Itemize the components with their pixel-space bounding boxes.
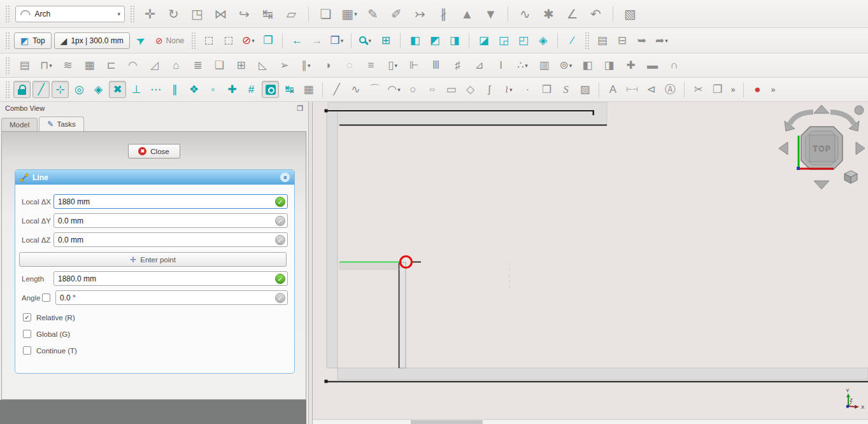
arch-schedule-button[interactable]: ▥ [536,57,553,74]
nav-forward-button[interactable]: → [308,32,325,49]
snap-lock-button[interactable] [13,81,31,98]
view-rear-button[interactable]: ◪ [475,32,492,49]
nav-dot-button[interactable] [855,106,864,115]
float-panel-icon[interactable]: ❐ [297,104,303,113]
arch-building-part-button[interactable]: ⊏ [103,57,120,74]
draft-stretch-button[interactable]: ▱ [281,4,301,24]
arch-pipe-button[interactable]: ⊚▾ [557,57,574,74]
toolbar-expand-draft-button[interactable]: » [728,81,738,98]
apply-current-style-button[interactable]: ➤ [132,32,150,49]
line-width-scale-button[interactable]: ◢1px | 300.0 mm [54,32,130,49]
draft-upgrade-button[interactable]: ▲ [457,4,477,24]
arch-cut-with-plane-button[interactable]: ◧ [579,57,596,74]
edit-copy-button[interactable]: ❐ [709,81,726,98]
arch-truss-button[interactable]: ⊿ [471,57,488,74]
draft-label-button[interactable]: ⊲ [643,81,660,98]
relative-checkbox[interactable]: ✓ [23,313,31,322]
toolbar-grip[interactable] [6,6,10,22]
toolbar-expand-macro-button[interactable]: » [768,81,778,98]
arch-curtain-wall-button[interactable]: ▦ [81,57,98,74]
scrollbar-track[interactable] [313,420,868,424]
draft-flip-direction-button[interactable]: ↶ [586,4,606,24]
arch-survey-button[interactable]: ∩ [665,57,683,74]
collapse-task-button[interactable]: » [280,173,290,182]
toolbar-grip[interactable] [585,32,589,49]
draft-shape-2d-view-button[interactable]: ▧ [620,4,640,24]
arch-add-component-button[interactable]: ✚ [622,57,639,74]
local-dx-input[interactable] [53,194,288,209]
view-right-button[interactable]: ◨ [446,32,463,49]
3d-viewport[interactable]: TOP Y X Z [313,102,868,424]
draft-fillet-button[interactable]: ⌒ [366,81,383,98]
snap-parallel-button[interactable]: ∥ [166,81,183,98]
local-dz-input[interactable] [53,232,288,247]
close-task-button[interactable]: ✖ Close [128,144,180,159]
draft-clone-button[interactable]: ❏ [316,4,336,24]
arch-roof-button[interactable]: ◺ [254,57,271,74]
toolbar-grip[interactable] [6,81,10,98]
draft-downgrade-button[interactable]: ▼ [481,4,501,24]
nav-arrow-right[interactable] [856,142,865,155]
angle-input[interactable] [55,290,288,305]
snap-extension-button[interactable]: ⋯ [147,81,164,98]
arch-reference-button[interactable]: ➢ [276,57,293,74]
arch-stairs-button[interactable]: ≡ [362,57,380,74]
arch-building-button[interactable]: ⌂ [167,57,185,74]
draft-mirror-button[interactable]: ⋈ [211,4,231,24]
snap-grid-button[interactable]: # [243,81,260,98]
draft-rectangle-button[interactable]: ▭ [443,81,460,98]
draft-facebinder-button[interactable]: ❒ [538,81,555,98]
middle-wall[interactable] [399,262,406,368]
continue-checkbox[interactable] [23,346,31,355]
continue-checkbox-row[interactable]: Continue (T) [23,346,288,355]
share-export-button[interactable]: ➦▾ [653,32,670,49]
nav-arrow-down[interactable] [814,181,829,189]
selection-mode-element-button[interactable] [200,32,217,49]
edit-cut-button[interactable]: ✂ [690,81,707,98]
autogroup-button[interactable]: ⊘None [152,32,187,49]
top-wall[interactable] [328,102,607,125]
arch-axis-tools-button[interactable]: ◑ [319,57,336,74]
draft-point-button[interactable]: ∙ [519,81,536,98]
link-navigate-button[interactable]: ❒▾ [328,32,345,49]
view-axonometric-button[interactable]: ◈ [534,32,551,49]
arch-pipe-tools-button[interactable]: ∥▾ [297,57,315,74]
toolbar-grip[interactable] [6,32,10,49]
draft-split-button[interactable]: ∦ [434,4,453,24]
nav-arrow-left[interactable] [779,142,788,155]
snap-dimensions-button[interactable]: ↹ [281,81,298,98]
draft-edit-button[interactable]: ✎ [363,4,383,24]
draft-scale-button[interactable]: ◳ [187,4,207,24]
tab-tasks[interactable]: ✎ Tasks [39,117,83,131]
arch-fence-button[interactable]: Ⅲ [427,57,445,74]
view-bottom-button[interactable]: ◲ [495,32,512,49]
arch-cut-with-line-button[interactable]: ◨ [601,57,618,74]
draft-shapestring-button[interactable]: S [557,81,574,98]
macro-record-button[interactable]: ● [749,81,766,98]
left-wall[interactable] [327,111,338,368]
snap-endpoint-button[interactable]: ╱ [32,81,50,98]
snap-intersection-button[interactable]: ✖ [109,81,126,98]
draft-join-button[interactable]: ↣ [410,4,430,24]
refine-shape-button[interactable]: ▤ [594,32,611,49]
box-selection-button[interactable]: ❐ [259,32,276,49]
arch-profile-button[interactable]: I [492,57,509,74]
arch-remove-component-button[interactable]: ▬ [644,57,661,74]
selection-mode-box-button[interactable] [220,32,237,49]
snap-angle-button[interactable]: ◈ [90,81,107,98]
draft-dimension-button[interactable]: ⊢⊣ [623,81,641,98]
enter-point-button[interactable]: ✛ Enter point [19,252,287,267]
draft-hatch-button[interactable]: ▨ [576,81,594,98]
arch-project-button[interactable]: ◠ [124,57,141,74]
view-front-button[interactable]: ◧ [406,32,423,49]
draft-text-button[interactable]: A [604,81,622,98]
workbench-selector-button[interactable]: ◠Arch▾ [15,6,125,22]
draft-bspline-button[interactable]: ʃ [481,81,498,98]
draft-polyline-button[interactable]: ∿ [347,81,364,98]
draft-wire-to-bspline-button[interactable]: ∿ [515,4,535,24]
draft-arc-tools-button[interactable]: ◠▾ [385,81,402,98]
draft-line-button[interactable]: ╱ [328,81,345,98]
draft-offset-button[interactable]: ↪ [234,4,254,24]
nav-arrow-up[interactable] [814,105,829,113]
draft-circle-button[interactable]: ○ [404,81,422,98]
